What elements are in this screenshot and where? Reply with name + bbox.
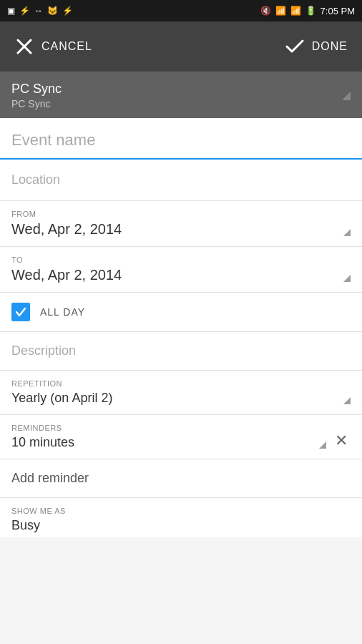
to-date-content: TO Wed, Apr 2, 2014 <box>11 255 122 283</box>
cancel-label: CANCEL <box>41 40 92 53</box>
signal-icon: 📶 <box>290 6 301 16</box>
description-section <box>0 332 362 371</box>
wifi-icon: 📶 <box>275 6 286 16</box>
mute-icon: 🔇 <box>260 6 271 16</box>
show-me-label: SHOW ME AS <box>11 507 351 515</box>
repetition-corner-arrow <box>343 397 351 404</box>
action-bar: CANCEL DONE <box>0 21 362 72</box>
screen-icon: ▣ <box>7 6 15 16</box>
from-date-content: FROM Wed, Apr 2, 2014 <box>11 210 122 238</box>
reminders-value: 10 minutes <box>11 435 319 450</box>
from-label: FROM <box>11 210 122 218</box>
usb-icon: ⚡ <box>19 6 30 16</box>
event-name-input[interactable] <box>11 131 351 158</box>
calendar-subtitle: PC Sync <box>11 98 62 109</box>
usb3-icon: ⚡ <box>62 6 73 16</box>
reminders-content: REMINDERS 10 minutes <box>11 424 319 450</box>
all-day-section[interactable]: ALL DAY <box>0 293 362 332</box>
show-me-value: Busy <box>11 518 351 533</box>
repetition-value: Yearly (on April 2) <box>11 391 112 406</box>
status-icons: ▣ ⚡ ↔ 🐱 ⚡ <box>7 6 73 16</box>
from-date-section[interactable]: FROM Wed, Apr 2, 2014 <box>0 201 362 247</box>
all-day-label: ALL DAY <box>40 306 85 318</box>
status-bar: ▣ ⚡ ↔ 🐱 ⚡ 🔇 📶 📶 🔋 7:05 PM <box>0 0 362 21</box>
calendar-corner-arrow <box>342 92 351 100</box>
all-day-checkbox[interactable] <box>11 303 30 321</box>
add-reminder-text: Add reminder <box>11 471 89 485</box>
reminder-close-button[interactable]: ✕ <box>332 431 351 450</box>
cancel-icon <box>14 36 34 57</box>
reminders-actions: ✕ <box>319 431 351 450</box>
calendar-header: PC Sync PC Sync <box>0 72 362 118</box>
event-name-section <box>0 118 362 160</box>
headset-icon: 🐱 <box>47 6 58 16</box>
reminders-corner-arrow <box>319 441 326 449</box>
to-date-value: Wed, Apr 2, 2014 <box>11 267 122 283</box>
repetition-content: REPETITION Yearly (on April 2) <box>11 379 112 406</box>
to-label: TO <box>11 255 122 264</box>
form-area: FROM Wed, Apr 2, 2014 TO Wed, Apr 2, 201… <box>0 118 362 537</box>
location-input[interactable] <box>11 172 351 187</box>
repetition-section[interactable]: REPETITION Yearly (on April 2) <box>0 371 362 415</box>
calendar-header-text: PC Sync PC Sync <box>11 82 62 109</box>
reminders-section: REMINDERS 10 minutes ✕ <box>0 415 362 459</box>
to-corner-arrow <box>343 275 351 282</box>
add-reminder-section[interactable]: Add reminder <box>0 459 362 498</box>
done-icon <box>285 36 305 57</box>
location-section <box>0 160 362 201</box>
show-me-section[interactable]: SHOW ME AS Busy <box>0 498 362 537</box>
done-button[interactable]: DONE <box>285 36 348 57</box>
usb2-icon: ↔ <box>34 6 43 16</box>
repetition-label: REPETITION <box>11 379 112 388</box>
from-corner-arrow <box>343 229 351 236</box>
reminders-label: REMINDERS <box>11 424 319 432</box>
from-date-value: Wed, Apr 2, 2014 <box>11 221 122 238</box>
cancel-button[interactable]: CANCEL <box>14 36 92 57</box>
status-right: 🔇 📶 📶 🔋 7:05 PM <box>260 6 355 16</box>
done-label: DONE <box>312 40 348 53</box>
time-display: 7:05 PM <box>321 6 355 16</box>
battery-icon: 🔋 <box>305 6 316 16</box>
description-input[interactable] <box>11 343 351 358</box>
calendar-title: PC Sync <box>11 82 62 97</box>
to-date-section[interactable]: TO Wed, Apr 2, 2014 <box>0 247 362 293</box>
